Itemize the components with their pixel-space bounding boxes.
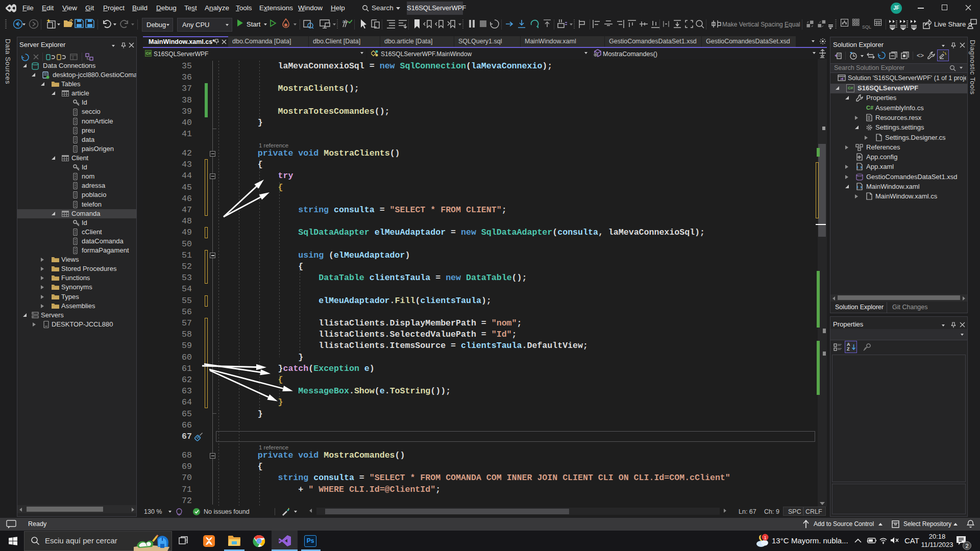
svg-text:ab: ab — [342, 19, 348, 24]
svg-text:1: 1 — [764, 535, 767, 540]
